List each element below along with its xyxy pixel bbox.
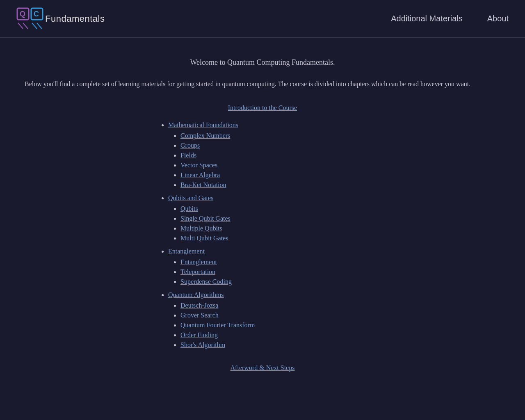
sub-qubits[interactable]: Qubits	[180, 205, 198, 212]
list-item: Grover Search	[180, 312, 369, 319]
sub-vector-spaces[interactable]: Vector Spaces	[180, 162, 217, 169]
nav-additional-materials[interactable]: Additional Materials	[391, 14, 463, 23]
sub-multi-qubit-gates[interactable]: Multi Qubit Gates	[180, 235, 228, 242]
list-item: Multiple Qubits	[180, 225, 369, 232]
sub-deutsch-jozsa[interactable]: Deutsch-Jozsa	[180, 302, 218, 309]
main-nav: Additional Materials About	[391, 14, 509, 23]
welcome-message: Welcome to Quantum Computing Fundamental…	[25, 58, 500, 67]
afterword-link[interactable]: Afterword & Next Steps	[231, 364, 295, 372]
sub-superdense-coding[interactable]: Superdense Coding	[180, 278, 232, 285]
sub-linear-algebra[interactable]: Linear Algebra	[180, 171, 220, 178]
list-item: Shor's Algorithm	[180, 341, 369, 349]
sub-multiple-qubits[interactable]: Multiple Qubits	[180, 225, 222, 232]
nav-about[interactable]: About	[487, 14, 509, 23]
intro-link[interactable]: Introduction to the Course	[228, 104, 297, 112]
sub-list: Deutsch-Jozsa Grover Search Quantum Four…	[168, 302, 369, 349]
toc-list: Mathematical Foundations Complex Numbers…	[156, 121, 369, 354]
svg-line-4	[18, 23, 23, 29]
intro-text: Below you'll find a complete set of lear…	[25, 78, 500, 89]
sub-groups[interactable]: Groups	[180, 142, 200, 149]
list-item: Quantum Algorithms Deutsch-Jozsa Grover …	[168, 291, 369, 349]
list-item: Deutsch-Jozsa	[180, 302, 369, 309]
list-item: Single Qubit Gates	[180, 215, 369, 222]
sub-shors-algorithm[interactable]: Shor's Algorithm	[180, 341, 225, 348]
list-item: Superdense Coding	[180, 278, 369, 285]
sub-bra-ket-notation[interactable]: Bra-Ket Notation	[180, 181, 226, 188]
chapter-quantum-algorithms[interactable]: Quantum Algorithms	[168, 291, 224, 298]
logo-text: Fundamentals	[45, 14, 105, 24]
sub-list: Complex Numbers Groups Fields Vector Spa…	[168, 132, 369, 189]
sub-quantum-fourier-transform[interactable]: Quantum Fourier Transform	[180, 322, 255, 329]
svg-text:C: C	[34, 10, 39, 18]
list-item: Mathematical Foundations Complex Numbers…	[168, 121, 369, 189]
list-item: Groups	[180, 142, 369, 149]
list-item: Bra-Ket Notation	[180, 181, 369, 189]
sub-complex-numbers[interactable]: Complex Numbers	[180, 132, 230, 139]
chapter-mathematical-foundations[interactable]: Mathematical Foundations	[168, 121, 238, 128]
site-header: Q C Fundamentals Additional Materials Ab…	[0, 0, 525, 38]
chapter-entanglement[interactable]: Entanglement	[168, 248, 205, 255]
main-content: Welcome to Quantum Computing Fundamental…	[0, 38, 525, 388]
sub-grover-search[interactable]: Grover Search	[180, 312, 219, 319]
list-item: Linear Algebra	[180, 171, 369, 179]
sub-list: Entanglement Teleportation Superdense Co…	[168, 258, 369, 285]
sub-single-qubit-gates[interactable]: Single Qubit Gates	[180, 215, 231, 222]
list-item: Quantum Fourier Transform	[180, 322, 369, 329]
list-item: Fields	[180, 152, 369, 159]
list-item: Qubits and Gates Qubits Single Qubit Gat…	[168, 194, 369, 242]
list-item: Qubits	[180, 205, 369, 212]
list-item: Order Finding	[180, 331, 369, 339]
list-item: Teleportation	[180, 268, 369, 276]
chapter-qubits-and-gates[interactable]: Qubits and Gates	[168, 194, 213, 201]
list-item: Entanglement Entanglement Teleportation …	[168, 248, 369, 285]
sub-order-finding[interactable]: Order Finding	[180, 331, 218, 338]
svg-line-5	[23, 23, 28, 29]
sub-fields[interactable]: Fields	[180, 152, 196, 159]
sub-entanglement[interactable]: Entanglement	[180, 258, 217, 265]
logo[interactable]: Q C Fundamentals	[16, 7, 105, 30]
svg-text:Q: Q	[20, 10, 25, 18]
toc-container: Introduction to the Course Mathematical …	[25, 104, 500, 372]
list-item: Complex Numbers	[180, 132, 369, 139]
sub-list: Qubits Single Qubit Gates Multiple Qubit…	[168, 205, 369, 242]
svg-line-6	[32, 23, 37, 29]
svg-line-7	[37, 23, 42, 29]
list-item: Entanglement	[180, 258, 369, 266]
list-item: Vector Spaces	[180, 162, 369, 169]
list-item: Multi Qubit Gates	[180, 235, 369, 242]
sub-teleportation[interactable]: Teleportation	[180, 268, 215, 275]
